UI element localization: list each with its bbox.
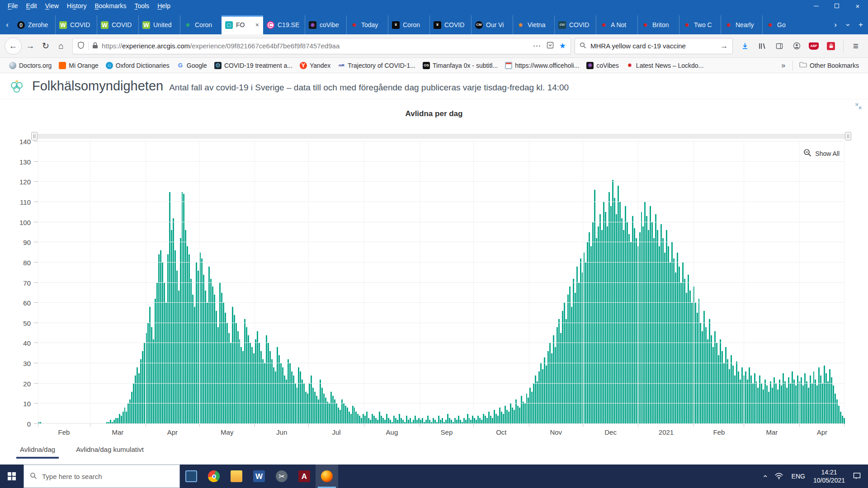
bar[interactable] (547, 351, 549, 424)
bar[interactable] (234, 315, 235, 424)
bar[interactable] (680, 283, 682, 424)
browser-tab[interactable]: ♛Coron (388, 15, 429, 34)
bar[interactable] (636, 238, 637, 424)
menu-tools[interactable]: Tools (130, 2, 153, 9)
bar[interactable] (668, 246, 669, 424)
slider-handle-right[interactable] (845, 132, 851, 141)
taskbar-word[interactable]: W (248, 465, 270, 488)
bar[interactable] (578, 283, 580, 424)
bar[interactable] (207, 303, 208, 424)
bar[interactable] (474, 418, 475, 424)
bar[interactable] (826, 373, 827, 424)
bar[interactable] (584, 253, 585, 424)
browser-tab[interactable]: 0Zerohe (14, 15, 55, 34)
bar[interactable] (503, 414, 504, 424)
bar[interactable] (521, 396, 522, 424)
bar[interactable] (775, 384, 777, 424)
bar[interactable] (533, 384, 534, 424)
bar[interactable] (804, 373, 806, 424)
bar[interactable] (537, 381, 538, 424)
maximize-button[interactable] (826, 0, 847, 12)
browser-tab[interactable]: ✸Briton (637, 15, 679, 34)
bar[interactable] (594, 190, 595, 424)
bar[interactable] (517, 406, 519, 424)
bar[interactable] (770, 381, 771, 424)
bar[interactable] (155, 299, 156, 424)
bar[interactable] (349, 412, 350, 424)
bar[interactable] (123, 412, 124, 424)
menu-bookmarks[interactable]: Bookmarks (90, 2, 130, 9)
bar[interactable] (842, 416, 843, 424)
bar[interactable] (549, 343, 551, 424)
bar[interactable] (121, 416, 122, 424)
save-page-icon[interactable] (547, 42, 554, 50)
bookmark-star-icon[interactable]: ★ (559, 41, 566, 51)
bar[interactable] (510, 404, 511, 424)
bar[interactable] (551, 353, 552, 424)
bar[interactable] (705, 327, 707, 424)
bar[interactable] (731, 355, 732, 424)
bar[interactable] (219, 283, 221, 424)
bar[interactable] (361, 418, 362, 424)
bar[interactable] (605, 212, 606, 424)
bar[interactable] (483, 414, 484, 424)
bar[interactable] (216, 311, 217, 424)
account-button[interactable] (789, 38, 804, 54)
bar[interactable] (691, 303, 693, 424)
bar[interactable] (321, 388, 323, 424)
bar[interactable] (531, 392, 533, 424)
bar[interactable] (364, 416, 366, 424)
bar[interactable] (164, 283, 165, 424)
bar[interactable] (698, 299, 700, 424)
bar[interactable] (137, 367, 138, 424)
browser-tab[interactable]: ✸Go (762, 15, 804, 34)
menu-view[interactable]: View (41, 2, 63, 9)
bookmark-item[interactable]: Mi Orange (55, 60, 102, 71)
bar[interactable] (497, 416, 499, 424)
bar[interactable] (738, 371, 739, 424)
bar[interactable] (558, 319, 560, 424)
bar[interactable] (173, 218, 174, 424)
shield-icon[interactable] (77, 42, 85, 50)
bar[interactable] (442, 418, 443, 424)
bar[interactable] (242, 351, 244, 424)
bar[interactable] (526, 394, 528, 424)
bar[interactable] (199, 253, 201, 424)
search-query[interactable]: MHRA yellow card c-19 vaccine (590, 42, 686, 50)
bar[interactable] (266, 335, 267, 424)
other-bookmarks-button[interactable]: Other Bookmarks (796, 60, 863, 71)
chart-tab-avlidna-dag[interactable]: Avlidna/dag (20, 446, 55, 459)
bar[interactable] (644, 202, 646, 424)
bar[interactable] (160, 250, 161, 424)
bar[interactable] (422, 418, 423, 424)
bar[interactable] (763, 389, 764, 424)
bar[interactable] (469, 418, 470, 424)
wifi-icon[interactable] (774, 472, 783, 481)
bar[interactable] (395, 418, 396, 424)
slider-handle-left[interactable] (31, 132, 38, 141)
bar[interactable] (653, 238, 655, 424)
bar[interactable] (650, 206, 651, 424)
browser-tab[interactable]: ✸Today (346, 15, 388, 34)
bar[interactable] (246, 327, 247, 424)
bar[interactable] (766, 385, 768, 424)
bar[interactable] (167, 254, 169, 424)
forward-button[interactable]: → (23, 38, 38, 54)
show-all-button[interactable]: Show All (803, 149, 840, 158)
bar[interactable] (372, 414, 373, 424)
bar[interactable] (540, 363, 542, 424)
hidden-icons-chevron[interactable]: › (760, 475, 769, 478)
bookmark-item[interactable]: Doctors.org (5, 60, 55, 71)
downloads-button[interactable] (737, 38, 753, 54)
bar[interactable] (505, 406, 506, 424)
bar[interactable] (575, 293, 576, 424)
bar[interactable] (187, 246, 188, 424)
bar[interactable] (610, 206, 612, 424)
bar[interactable] (745, 371, 746, 424)
bar[interactable] (264, 363, 265, 424)
bar[interactable] (795, 385, 797, 424)
bar[interactable] (298, 367, 299, 424)
bar[interactable] (401, 418, 402, 424)
bar[interactable] (529, 388, 531, 424)
bookmark-item[interactable]: OSTimanfaya 0x - subtitl... (419, 60, 501, 71)
